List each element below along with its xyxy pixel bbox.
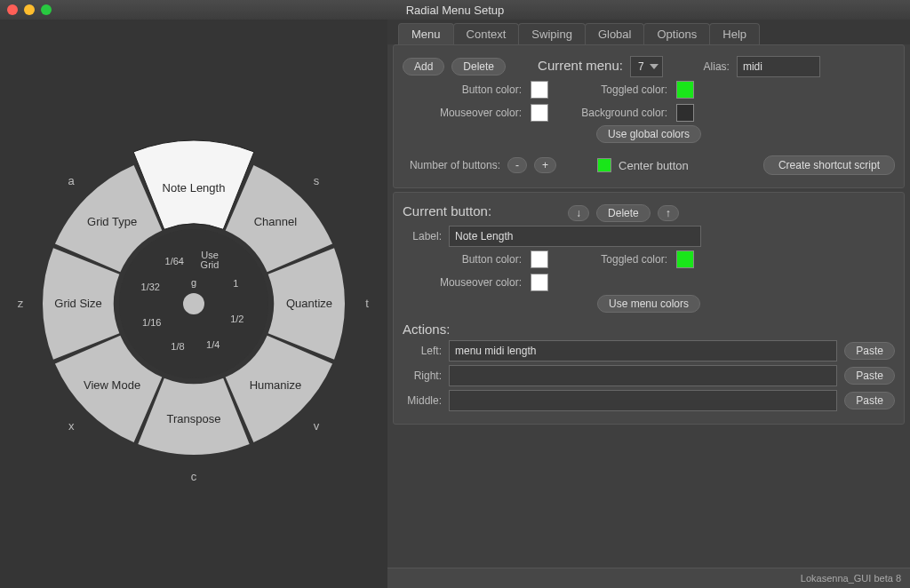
action-middle-label: Middle: — [403, 394, 442, 407]
radial-inner-label: 1/2 — [230, 314, 243, 324]
action-right-label: Right: — [403, 369, 442, 382]
actions-heading: Actions: — [403, 322, 895, 337]
move-down-button[interactable]: ↓ — [568, 205, 589, 221]
radial-inner-label: 1/32 — [141, 282, 160, 292]
alias-input[interactable] — [737, 56, 820, 77]
current-menu-select[interactable]: 7 — [630, 56, 663, 77]
radial-inner-label: 1/4 — [206, 339, 220, 350]
window-title: Radial Menu Setup — [0, 4, 910, 17]
btn-toggled-color-swatch[interactable] — [676, 250, 694, 268]
radial-segment-label: Grid Size — [54, 297, 101, 310]
tab-swiping[interactable]: Swiping — [518, 23, 586, 44]
toggled-color-label: Toggled color: — [561, 83, 667, 96]
title-bar: Radial Menu Setup — [0, 0, 910, 20]
radial-preview: Note LengthChannelsQuantizetHumanizevTra… — [0, 20, 387, 588]
use-global-colors-button[interactable]: Use global colors — [596, 125, 701, 143]
btn-button-color-label: Button color: — [415, 253, 522, 266]
tab-options[interactable]: Options — [643, 23, 710, 44]
delete-button-button[interactable]: Delete — [596, 204, 651, 222]
use-menu-colors-button[interactable]: Use menu colors — [597, 295, 700, 313]
radial-inner-label: 1/8 — [171, 341, 184, 352]
radial-shortcut: t — [365, 297, 369, 310]
mouseover-color-swatch[interactable] — [531, 104, 548, 122]
tab-help[interactable]: Help — [709, 23, 760, 44]
paste-right-button[interactable]: Paste — [844, 367, 895, 385]
btn-mouseover-color-swatch[interactable] — [531, 274, 548, 291]
radial-center-button[interactable] — [183, 293, 204, 314]
mouseover-color-label: Mouseover color: — [415, 107, 522, 119]
radial-shortcut: a — [68, 174, 75, 187]
button-color-label: Button color: — [415, 83, 522, 96]
create-shortcut-button[interactable]: Create shortcut script — [763, 155, 895, 175]
delete-menu-button[interactable]: Delete — [451, 58, 506, 75]
footer: Lokasenna_GUI beta 8 — [387, 568, 910, 588]
radial-segment-label: View Mode — [84, 378, 140, 392]
radial-segment-label: Note Length — [163, 181, 226, 195]
radial-segment-label: Transpose — [167, 412, 221, 425]
center-button-checkbox[interactable] — [597, 158, 611, 172]
btn-mouseover-color-label: Mouseover color: — [415, 276, 522, 289]
num-buttons-minus[interactable]: - — [507, 157, 527, 173]
radial-segment-label: Quantize — [286, 297, 332, 310]
menu-panel: Add Delete Current menu: 7 Alias: — [393, 44, 905, 188]
add-button[interactable]: Add — [403, 58, 444, 75]
btn-toggled-color-label: Toggled color: — [561, 253, 667, 266]
radial-shortcut: z — [18, 297, 24, 310]
action-left-input[interactable] — [449, 340, 837, 362]
radial-shortcut: c — [191, 470, 197, 483]
radial-segment-label: Humanize — [250, 378, 302, 392]
paste-left-button[interactable]: Paste — [844, 342, 895, 360]
toggled-color-swatch[interactable] — [676, 81, 694, 99]
current-menu-label: Current menu: — [538, 58, 623, 73]
move-up-button[interactable]: ↑ — [658, 205, 679, 221]
action-left-label: Left: — [403, 345, 442, 357]
chevron-down-icon — [650, 64, 659, 69]
radial-inner-label: 1/64 — [165, 256, 184, 266]
num-buttons-label: Number of buttons: — [403, 159, 500, 171]
button-color-swatch[interactable] — [531, 81, 548, 99]
paste-middle-button[interactable]: Paste — [844, 392, 895, 409]
tab-global[interactable]: Global — [585, 23, 645, 44]
btn-button-color-swatch[interactable] — [531, 250, 548, 268]
current-button-panel: Current button: ↓ Delete ↑ Label: Button… — [393, 192, 905, 425]
action-right-input[interactable] — [449, 365, 837, 386]
button-label-label: Label: — [403, 230, 442, 242]
radial-shortcut: v — [314, 419, 320, 433]
tab-menu[interactable]: Menu — [398, 23, 454, 44]
radial-center-shortcut: g — [191, 277, 196, 288]
radial-segment-label: Channel — [254, 215, 298, 228]
alias-label: Alias: — [704, 60, 730, 73]
radial-segment-label: Grid Type — [87, 215, 137, 228]
background-color-label: Background color: — [561, 107, 667, 119]
center-button-label: Center button — [619, 159, 689, 172]
action-middle-input[interactable] — [449, 390, 837, 411]
radial-inner-label: 1/16 — [142, 317, 161, 328]
background-color-swatch[interactable] — [676, 104, 694, 122]
radial-inner-label: Grid — [201, 259, 220, 270]
footer-credit: Lokasenna_GUI beta 8 — [801, 573, 901, 584]
tab-context[interactable]: Context — [453, 23, 520, 44]
radial-inner-label: 1 — [233, 278, 238, 289]
current-button-heading: Current button: — [403, 203, 491, 219]
tab-bar: MenuContextSwipingGlobalOptionsHelp — [387, 20, 910, 44]
radial-shortcut: x — [68, 419, 75, 433]
button-label-input[interactable] — [449, 226, 701, 247]
radial-shortcut: s — [314, 174, 320, 187]
num-buttons-plus[interactable]: + — [534, 157, 556, 173]
